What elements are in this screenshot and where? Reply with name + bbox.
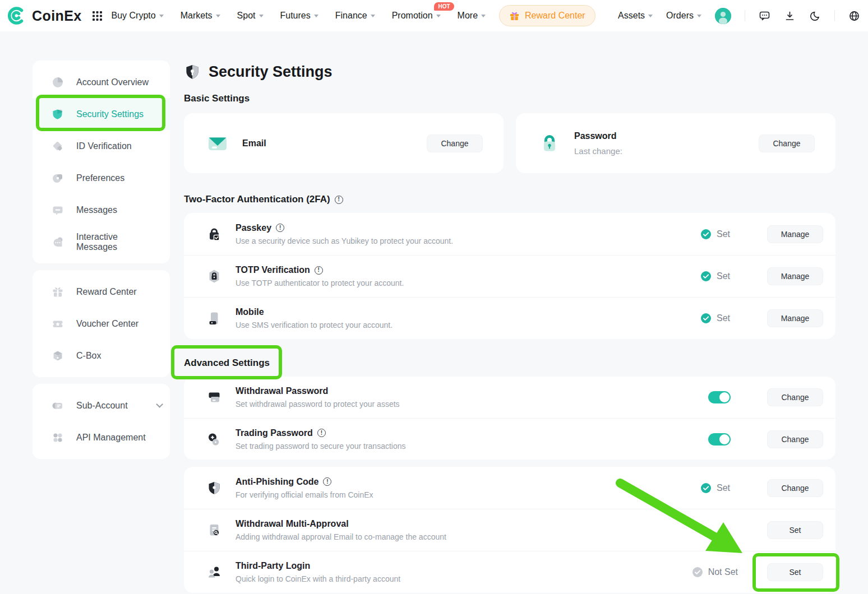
sidebar-group-accounts: Sub-Account API Management [33,384,170,459]
nav-promotion[interactable]: PromotionHOT [392,11,441,21]
mobile-manage-button[interactable]: Manage [767,309,823,327]
nav-assets[interactable]: Assets [618,11,653,21]
passkey-manage-button[interactable]: Manage [767,225,823,243]
email-change-button[interactable]: Change [427,134,483,152]
sidebar-item-c-box[interactable]: C-Box [33,340,170,372]
email-card: Email Change [184,113,504,173]
chevron-down-icon [481,15,486,17]
sub-account-icon [52,400,64,412]
info-icon[interactable] [323,477,331,486]
trading-password-row: Trading Password Set trading password to… [184,418,835,460]
main-nav-menu: Buy Crypto Markets Spot Futures Finance … [112,11,486,21]
sidebar-item-label: Messages [76,205,117,215]
nav-markets[interactable]: Markets [181,11,220,21]
sidebar-item-interactive-messages[interactable]: Interactive Messages [33,226,170,258]
twofa-card: Passkey Use a security device such as Yu… [184,213,835,339]
api-grid-icon [52,431,64,444]
password-title: Password [574,131,622,141]
sidebar-item-messages[interactable]: Messages [33,194,170,226]
withdrawal-password-toggle[interactable] [708,391,731,403]
security-settings-main: Security Settings Basic Settings Email C… [184,61,835,593]
basic-settings-cards: Email Change Password Last change: Chang… [184,113,835,173]
totp-status: Set [701,271,730,281]
coinex-security-settings-page: CoinEx Buy Crypto Markets Spot Futures F… [0,0,868,594]
sidebar-item-account-overview[interactable]: Account Overview [33,66,170,98]
twofa-heading: Two-Factor Authentication (2FA) [184,194,835,205]
sidebar-item-label: Voucher Center [76,319,138,329]
password-lock-icon [538,132,561,155]
withdrawal-password-change-button[interactable]: Change [767,388,823,406]
multi-approval-doc-icon [206,522,222,538]
language-globe-icon[interactable] [848,10,860,22]
info-icon[interactable] [276,224,284,232]
chevron-down-icon [697,15,701,17]
sidebar-item-voucher-center[interactable]: Voucher Center [33,308,170,340]
nav-finance[interactable]: Finance [335,11,375,21]
dark-mode-moon-icon[interactable] [809,10,821,22]
info-icon[interactable] [335,196,343,204]
preferences-gear-icon [52,172,64,184]
apps-grid-icon[interactable] [92,11,103,21]
sidebar-item-sub-account[interactable]: Sub-Account [33,389,170,421]
passkey-title: Passkey [236,223,271,233]
third-party-set-button[interactable]: Set [767,563,823,581]
sidebar-item-api-management[interactable]: API Management [33,421,170,453]
trading-password-coins-icon [206,431,222,447]
sidebar-item-label: Security Settings [76,109,144,119]
advanced-card-1: Withdrawal Password Set withdrawal passw… [184,377,835,460]
nav-futures[interactable]: Futures [280,11,318,21]
gray-check-circle-icon [692,567,703,577]
email-title: Email [242,138,266,148]
mobile-row: Mobile Use SMS verification to protect y… [184,297,835,339]
mobile-desc: Use SMS verification to protect your acc… [236,321,393,330]
sidebar-group-account: Account Overview Security Settings ID Ve… [33,61,170,263]
info-icon[interactable] [315,266,323,275]
mobile-phone-icon [206,310,222,326]
nav-orders[interactable]: Orders [666,11,701,21]
sidebar-item-preferences[interactable]: Preferences [33,162,170,194]
support-chat-icon[interactable] [759,10,770,22]
trading-password-change-button[interactable]: Change [767,430,823,448]
sidebar-item-id-verification[interactable]: ID Verification [33,130,170,162]
third-party-title: Third-Party Login [236,561,310,571]
chevron-down-icon [159,15,164,17]
passkey-desc: Use a security device such as Yubikey to… [236,236,453,245]
multi-approval-set-button[interactable]: Set [767,521,823,539]
sidebar-group-rewards: Reward Center Voucher Center C-Box [33,270,170,377]
anti-phishing-desc: For verifying official emails from CoinE… [236,490,373,499]
info-icon[interactable] [317,429,326,437]
hot-badge: HOT [434,2,454,11]
sidebar-item-label: Preferences [76,173,124,183]
security-shield-icon [184,64,201,81]
sidebar-item-label: C-Box [76,351,101,361]
sidebar-item-label: ID Verification [76,141,132,151]
withdrawal-password-row: Withdrawal Password Set withdrawal passw… [184,377,835,418]
pie-chart-icon [52,76,64,89]
anti-phishing-title: Anti-Phishing Code [236,477,318,487]
nav-spot[interactable]: Spot [237,11,264,21]
download-app-icon[interactable] [784,10,796,22]
advanced-card-2: Anti-Phishing Code For verifying officia… [184,467,835,593]
trading-password-title: Trading Password [236,428,313,438]
third-party-users-icon [206,564,222,580]
anti-phishing-change-button[interactable]: Change [767,479,823,497]
nav-more[interactable]: More [458,11,486,21]
check-circle-icon [701,313,711,323]
trading-password-toggle[interactable] [708,433,731,446]
withdrawal-password-card-icon [206,389,222,405]
gift-icon [52,286,64,298]
coinex-logo[interactable]: CoinEx [8,6,82,25]
reward-center-button[interactable]: Reward Center [499,5,595,26]
passkey-lock-icon [206,226,222,242]
multi-approval-desc: Adding withdrawal approval Email to co-m… [236,532,446,541]
user-avatar[interactable] [715,8,731,24]
sidebar-item-reward-center[interactable]: Reward Center [33,276,170,308]
nav-buy-crypto[interactable]: Buy Crypto [112,11,164,21]
sidebar-item-security-settings[interactable]: Security Settings [33,98,170,130]
totp-manage-button[interactable]: Manage [767,267,823,285]
totp-row: TOTP Verification Use TOTP authenticator… [184,255,835,297]
message-icon [52,204,64,216]
password-change-button[interactable]: Change [759,134,815,152]
totp-title: TOTP Verification [236,265,310,275]
check-circle-icon [701,271,711,281]
